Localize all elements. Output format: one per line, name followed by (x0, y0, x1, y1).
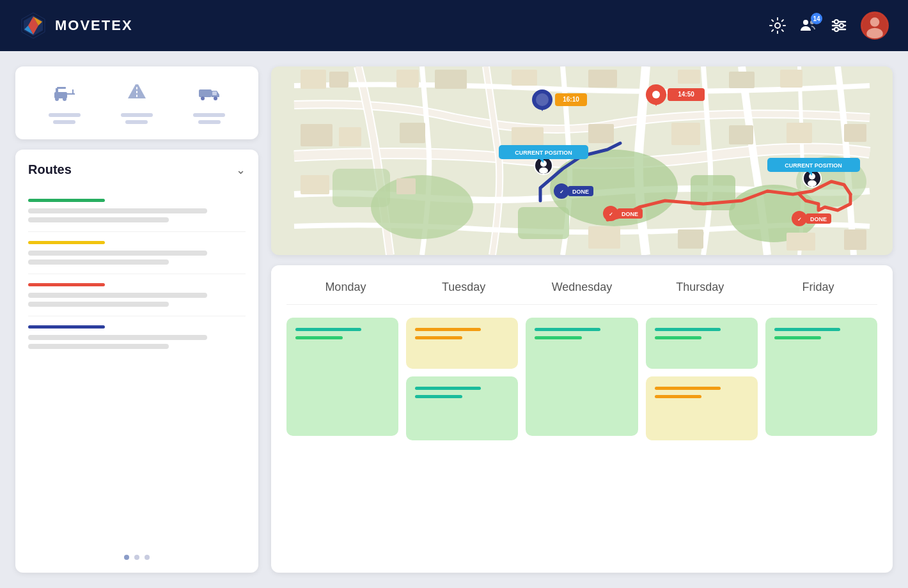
route-color-bar-blue (28, 325, 105, 329)
svg-text:CURRENT POSITION: CURRENT POSITION (515, 150, 572, 156)
svg-rect-39 (301, 70, 326, 89)
route-line (28, 251, 207, 256)
warehouse-icon (53, 82, 76, 105)
svg-rect-59 (588, 226, 620, 249)
svg-point-23 (63, 97, 67, 101)
svg-text:DONE: DONE (622, 211, 638, 217)
routes-title: Routes (28, 162, 72, 177)
route-line (28, 344, 169, 349)
svg-rect-41 (396, 70, 419, 88)
cal-event[interactable] (646, 376, 758, 440)
svg-point-15 (870, 17, 880, 27)
svg-rect-56 (844, 124, 866, 142)
stat-line (193, 113, 225, 117)
event-line (774, 328, 840, 331)
svg-point-75 (539, 167, 548, 174)
svg-point-22 (55, 97, 59, 101)
map-svg: 16:10 14:50 CU (271, 66, 893, 255)
svg-text:✓: ✓ (560, 189, 564, 195)
cal-event[interactable] (526, 318, 638, 436)
svg-rect-52 (588, 124, 614, 143)
logo-icon (19, 12, 47, 40)
users-button[interactable]: 14 (799, 17, 817, 35)
svg-text:✓: ✓ (797, 217, 802, 222)
event-line (415, 387, 481, 390)
stat-line (198, 120, 221, 124)
svg-rect-60 (678, 229, 703, 249)
settings-button[interactable] (769, 17, 787, 35)
route-line (28, 208, 207, 213)
svg-rect-24 (136, 87, 137, 89)
cal-event[interactable] (286, 318, 398, 436)
svg-text:DONE: DONE (810, 216, 827, 222)
svg-rect-54 (729, 125, 753, 144)
cal-column-friday (765, 318, 877, 436)
stats-card (15, 66, 258, 139)
notification-badge: 14 (811, 13, 822, 24)
logo-container: MOVETEX (19, 12, 133, 40)
svg-point-12 (840, 24, 843, 27)
cal-day-monday: Monday (286, 281, 405, 294)
cal-event[interactable] (646, 318, 758, 369)
stat-lines-warehouse (49, 113, 81, 124)
route-color-bar-green (28, 199, 105, 202)
stat-lines-road (121, 113, 153, 124)
cal-event[interactable] (765, 318, 877, 436)
svg-rect-49 (339, 127, 361, 146)
pagination-dot-2[interactable] (134, 555, 139, 560)
logo-text: MOVETEX (55, 17, 133, 34)
svg-rect-40 (329, 72, 348, 88)
gear-icon (769, 17, 787, 35)
route-info-lines (28, 208, 246, 222)
route-info-lines (28, 335, 246, 349)
cal-column-tuesday (406, 318, 518, 440)
route-line (28, 259, 169, 265)
svg-rect-61 (787, 233, 815, 251)
cal-column-thursday (646, 318, 758, 440)
list-item[interactable] (28, 274, 246, 316)
filters-button[interactable] (830, 17, 848, 35)
svg-rect-27 (199, 89, 212, 97)
svg-point-70 (652, 91, 660, 98)
user-avatar[interactable] (861, 12, 889, 40)
road-svg (125, 82, 148, 101)
cal-event[interactable] (406, 318, 518, 369)
event-line (295, 336, 343, 339)
avatar-icon (862, 12, 888, 40)
forklift-svg (53, 82, 76, 101)
calendar-header: Monday Tuesday Wednesday Thursday Friday (286, 281, 877, 305)
stat-item-truck (193, 82, 225, 124)
cal-day-tuesday: Tuesday (405, 281, 523, 294)
event-line (415, 395, 462, 398)
svg-point-6 (803, 20, 808, 25)
pagination-dot-1[interactable] (124, 555, 129, 560)
route-color-bar-red (28, 283, 105, 286)
svg-rect-42 (435, 70, 467, 89)
event-line (774, 336, 822, 339)
svg-rect-48 (301, 124, 333, 146)
svg-rect-55 (787, 123, 812, 143)
pagination-dot-3[interactable] (145, 555, 150, 560)
list-item[interactable] (28, 232, 246, 274)
map-card: 16:10 14:50 CU (271, 66, 893, 255)
app-header: MOVETEX 14 (0, 0, 908, 51)
routes-card: Routes ⌄ (15, 150, 258, 573)
list-item[interactable] (28, 190, 246, 232)
sliders-icon (830, 17, 848, 35)
truck-icon (198, 82, 221, 105)
event-line (655, 395, 702, 398)
svg-point-29 (201, 97, 205, 100)
svg-point-30 (214, 97, 217, 100)
event-line (295, 328, 361, 331)
svg-rect-21 (72, 89, 74, 95)
cal-event[interactable] (406, 376, 518, 440)
routes-chevron-icon[interactable]: ⌄ (236, 163, 246, 177)
route-line (28, 293, 207, 298)
svg-rect-36 (518, 207, 569, 239)
event-line (535, 336, 582, 339)
truck-svg (198, 82, 221, 101)
calendar-grid (286, 318, 877, 440)
routes-header: Routes ⌄ (28, 162, 246, 177)
svg-rect-51 (512, 127, 544, 148)
list-item[interactable] (28, 316, 246, 358)
